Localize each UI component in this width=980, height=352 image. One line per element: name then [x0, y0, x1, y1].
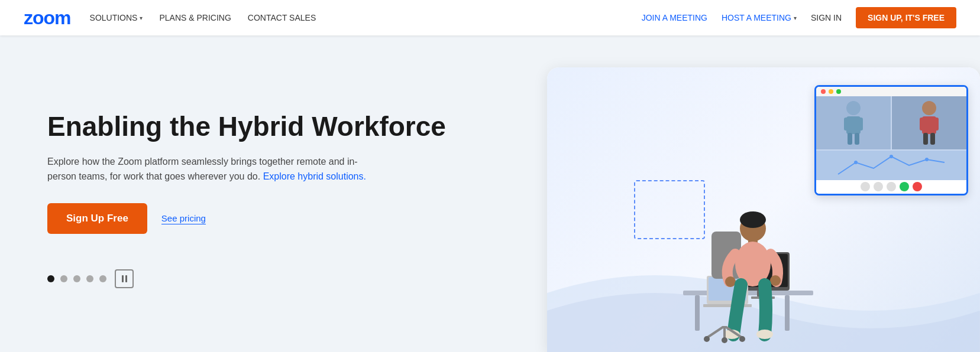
nav-plans-pricing[interactable]: PLANS & PRICING: [159, 13, 231, 22]
window-minimize-dot: [829, 89, 833, 94]
navbar-right: JOIN A MEETING HOST A MEETING ▾ SIGN IN …: [642, 7, 956, 28]
video-titlebar: [816, 87, 966, 96]
explore-hybrid-link[interactable]: Explore hybrid solutions.: [263, 171, 366, 181]
nav-links: SOLUTIONS ▾ PLANS & PRICING CONTACT SALE…: [90, 13, 316, 22]
window-maximize-dot: [836, 89, 841, 94]
svg-rect-4: [848, 133, 852, 145]
svg-rect-17: [785, 295, 790, 331]
svg-rect-10: [923, 133, 928, 145]
window-close-dot: [821, 89, 826, 94]
pause-icon: [122, 275, 127, 282]
video-call-window: [814, 85, 968, 195]
video-ctrl-share: [887, 182, 896, 191]
video-chart-area: [816, 151, 966, 180]
svg-point-12: [854, 161, 858, 164]
svg-point-38: [722, 337, 727, 343]
slide-dot-1[interactable]: [47, 275, 54, 282]
video-controls-bar: [816, 179, 966, 194]
video-participant-1: [816, 96, 891, 149]
svg-point-6: [922, 101, 936, 115]
chevron-down-icon: ▾: [140, 15, 143, 21]
svg-point-14: [925, 158, 929, 161]
slide-dot-3[interactable]: [73, 275, 80, 282]
nav-sign-in[interactable]: SIGN IN: [811, 13, 842, 22]
nav-solutions[interactable]: SOLUTIONS ▾: [90, 13, 143, 22]
hero-description: Explore how the Zoom platform seamlessly…: [47, 154, 379, 184]
svg-rect-16: [695, 295, 700, 331]
svg-rect-8: [920, 118, 926, 131]
chair-wheels-svg: [695, 326, 754, 344]
chevron-down-icon: ▾: [794, 15, 797, 21]
nav-host-meeting[interactable]: HOST A MEETING ▾: [722, 13, 797, 22]
see-pricing-link[interactable]: See pricing: [161, 213, 206, 224]
person-desk-svg: [659, 167, 825, 344]
svg-point-30: [725, 276, 736, 287]
sign-up-free-button[interactable]: Sign Up Free: [47, 203, 147, 234]
video-ctrl-camera: [874, 182, 883, 191]
hero-right: [510, 35, 980, 352]
svg-rect-2: [844, 118, 850, 131]
navbar: zoom SOLUTIONS ▾ PLANS & PRICING CONTACT…: [0, 0, 980, 35]
slide-dot-4[interactable]: [86, 275, 93, 282]
svg-rect-5: [855, 133, 859, 145]
svg-rect-11: [930, 133, 935, 145]
hero-section: Enabling the Hybrid Workforce Explore ho…: [0, 35, 980, 352]
video-participant-2: [892, 96, 966, 149]
hero-illustration-card: [547, 67, 980, 352]
hero-left: Enabling the Hybrid Workforce Explore ho…: [0, 35, 510, 352]
svg-rect-3: [857, 118, 863, 131]
video-ctrl-record: [900, 182, 909, 191]
signup-button[interactable]: SIGN UP, IT'S FREE: [856, 7, 956, 28]
hero-actions: Sign Up Free See pricing: [47, 203, 474, 234]
svg-point-33: [756, 330, 773, 339]
zoom-logo[interactable]: zoom: [24, 7, 71, 29]
participant-figure-2: [911, 96, 947, 149]
svg-point-39: [739, 336, 745, 342]
svg-rect-9: [933, 118, 939, 131]
video-content: [816, 96, 966, 179]
svg-point-27: [740, 211, 766, 228]
svg-line-36: [725, 326, 742, 338]
svg-point-37: [704, 336, 710, 342]
chair-detail: [695, 326, 754, 346]
chart-graphic: [816, 151, 966, 180]
video-grid: [816, 96, 966, 179]
slide-dots: [47, 269, 474, 288]
person-desk-illustration: [659, 167, 825, 346]
svg-line-34: [707, 326, 725, 338]
svg-point-13: [890, 155, 893, 158]
svg-rect-24: [703, 304, 752, 307]
svg-point-0: [846, 101, 861, 115]
slide-dot-5[interactable]: [99, 275, 106, 282]
svg-point-31: [770, 275, 781, 286]
pause-button[interactable]: [115, 269, 134, 288]
nav-contact-sales[interactable]: CONTACT SALES: [248, 13, 316, 22]
hero-title: Enabling the Hybrid Workforce: [47, 111, 474, 142]
navbar-left: zoom SOLUTIONS ▾ PLANS & PRICING CONTACT…: [24, 7, 642, 29]
participant-figure-1: [836, 96, 871, 149]
slide-dot-2[interactable]: [60, 275, 67, 282]
illustration-area: [547, 67, 980, 352]
nav-join-meeting[interactable]: JOIN A MEETING: [642, 13, 707, 22]
video-ctrl-mute: [861, 182, 870, 191]
video-ctrl-end: [913, 182, 922, 191]
